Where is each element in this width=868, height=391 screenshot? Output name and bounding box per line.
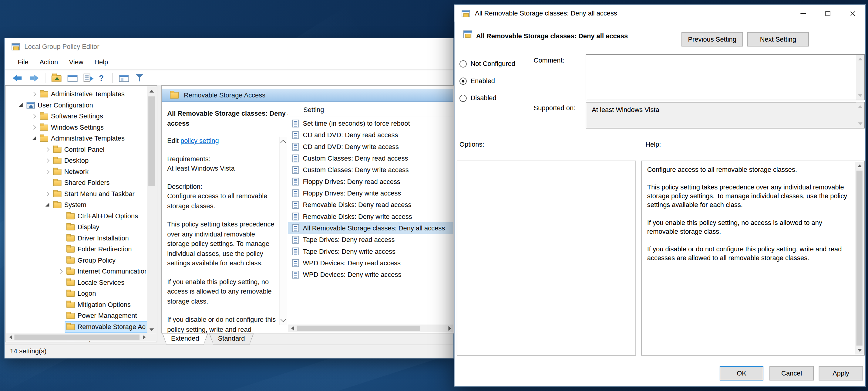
chevron-collapsed-icon[interactable] — [43, 190, 52, 198]
tree-item-internet-communication-management[interactable]: Internet Communication Management — [5, 266, 147, 277]
setting-row-cd-and-dvd-deny-read-access[interactable]: CD and DVD: Deny read access — [288, 129, 454, 141]
menu-view[interactable]: View — [63, 58, 89, 66]
close-button[interactable] — [840, 5, 865, 22]
radio-button-icon[interactable] — [460, 60, 467, 67]
menu-file[interactable]: File — [12, 58, 34, 66]
scroll-up-icon[interactable] — [147, 86, 156, 95]
help-icon[interactable]: ? — [96, 74, 106, 82]
setting-row-removable-disks-deny-read-access[interactable]: Removable Disks: Deny read access — [288, 199, 454, 211]
back-arrow-icon[interactable] — [13, 74, 23, 82]
tree-item-logon[interactable]: Logon — [5, 288, 147, 299]
description-scrollbar[interactable] — [279, 137, 287, 325]
chevron-expanded-icon[interactable] — [43, 200, 52, 209]
scroll-left-icon[interactable] — [6, 333, 14, 341]
setting-row-floppy-drives-deny-write-access[interactable]: Floppy Drives: Deny write access — [288, 187, 454, 199]
maximize-button[interactable] — [815, 5, 840, 22]
tree-horizontal-scrollbar[interactable] — [6, 333, 148, 341]
setting-row-all-removable-storage-classes-deny-all-access[interactable]: All Removable Storage classes: Deny all … — [288, 222, 454, 234]
scroll-up-icon[interactable] — [857, 165, 862, 167]
radio-not-configured[interactable]: Not Configured — [460, 58, 515, 69]
scrollbar-thumb[interactable] — [857, 171, 863, 346]
tree-item-group-policy[interactable]: Group Policy — [5, 255, 147, 266]
radio-enabled[interactable]: Enabled — [460, 75, 515, 86]
scroll-down-icon[interactable] — [281, 317, 286, 322]
export-list-icon[interactable] — [84, 74, 90, 82]
apply-button[interactable]: Apply — [819, 366, 863, 381]
tree-item-network[interactable]: Network — [5, 166, 147, 177]
tree-item-folder-redirection[interactable]: Folder Redirection — [5, 244, 147, 255]
setting-row-tape-drives-deny-read-access[interactable]: Tape Drives: Deny read access — [288, 234, 454, 245]
radio-button-icon[interactable] — [460, 77, 467, 85]
tab-extended[interactable]: Extended — [162, 333, 208, 345]
setting-column-header[interactable]: Setting — [288, 104, 454, 116]
scroll-left-icon[interactable] — [288, 325, 296, 332]
tree-item-driver-installation[interactable]: Driver Installation — [5, 232, 147, 244]
scroll-right-icon[interactable] — [445, 325, 454, 332]
next-setting-button[interactable]: Next Setting — [747, 32, 809, 47]
edit-policy-setting-link[interactable]: policy setting — [181, 137, 219, 145]
setting-row-set-time-in-seconds-to-force-reboot[interactable]: Set time (in seconds) to force reboot — [288, 117, 454, 129]
requirements-block: Requirements: At least Windows Vista — [167, 154, 288, 174]
tree-item-removable-storage-access[interactable]: Removable Storage Access — [5, 321, 147, 332]
setting-row-wpd-devices-deny-write-access[interactable]: WPD Devices: Deny write access — [288, 269, 454, 280]
gpe-titlebar[interactable]: Local Group Policy Editor — [5, 38, 453, 55]
chevron-collapsed-icon[interactable] — [56, 267, 65, 276]
tree-item-system[interactable]: System — [5, 199, 147, 211]
setting-row-cd-and-dvd-deny-write-access[interactable]: CD and DVD: Deny write access — [288, 141, 454, 152]
ok-button[interactable]: OK — [720, 366, 763, 381]
comment-input[interactable] — [586, 55, 856, 100]
tree-item-windows-settings[interactable]: Windows Settings — [5, 122, 147, 133]
chevron-collapsed-icon[interactable] — [30, 123, 39, 132]
cancel-button[interactable]: Cancel — [769, 366, 814, 381]
setting-row-wpd-devices-deny-read-access[interactable]: WPD Devices: Deny read access — [288, 257, 454, 269]
setting-row-custom-classes-deny-write-access[interactable]: Custom Classes: Deny write access — [288, 164, 454, 175]
list-horizontal-scrollbar[interactable] — [288, 325, 454, 332]
scroll-down-icon[interactable] — [857, 349, 862, 352]
setting-row-custom-classes-deny-read-access[interactable]: Custom Classes: Deny read access — [288, 152, 454, 164]
chevron-collapsed-icon[interactable] — [30, 90, 39, 99]
tree-item-mitigation-options[interactable]: Mitigation Options — [5, 299, 147, 310]
setting-row-removable-disks-deny-write-access[interactable]: Removable Disks: Deny write access — [288, 211, 454, 222]
tree-item-desktop[interactable]: Desktop — [5, 155, 147, 166]
tab-standard[interactable]: Standard — [209, 333, 253, 345]
tree-item-control-panel[interactable]: Control Panel — [5, 144, 147, 155]
chevron-collapsed-icon[interactable] — [30, 112, 39, 121]
radio-button-icon[interactable] — [460, 94, 467, 102]
tree-item-locale-services[interactable]: Locale Services — [5, 277, 147, 288]
setting-row-tape-drives-deny-write-access[interactable]: Tape Drives: Deny write access — [288, 245, 454, 257]
scrollbar-thumb[interactable] — [148, 96, 155, 186]
tree-item-shared-folders[interactable]: Shared Folders — [5, 177, 147, 188]
tree-item-software-settings[interactable]: Software Settings — [5, 111, 147, 122]
tree-item-user-configuration[interactable]: User Configuration — [5, 100, 147, 111]
scroll-down-icon[interactable] — [147, 325, 156, 333]
dialog-titlebar[interactable]: All Removable Storage classes: Deny all … — [455, 5, 865, 22]
help-scrollbar[interactable] — [855, 162, 863, 355]
menu-help[interactable]: Help — [89, 58, 114, 66]
setting-row-floppy-drives-deny-read-access[interactable]: Floppy Drives: Deny read access — [288, 175, 454, 187]
tree-item-administrative-templates[interactable]: Administrative Templates — [5, 89, 147, 100]
previous-setting-button[interactable]: Previous Setting — [681, 32, 743, 47]
forward-arrow-icon[interactable] — [29, 74, 39, 82]
tree-item-display[interactable]: Display — [5, 222, 147, 232]
tree-vertical-scrollbar[interactable] — [147, 86, 156, 334]
tree-item-power-management[interactable]: Power Management — [5, 310, 147, 321]
scroll-up-icon[interactable] — [281, 140, 286, 145]
scrollbar-thumb[interactable] — [297, 326, 420, 331]
menu-action[interactable]: Action — [34, 58, 63, 66]
chevron-expanded-icon[interactable] — [30, 134, 39, 143]
tree-item-ctrl-alt-del-options[interactable]: Ctrl+Alt+Del Options — [5, 211, 147, 221]
up-one-level-icon[interactable] — [52, 75, 62, 82]
tree-item-start-menu-and-taskbar[interactable]: Start Menu and Taskbar — [5, 188, 147, 199]
scroll-right-icon[interactable] — [140, 333, 148, 341]
show-console-tree-icon[interactable] — [68, 75, 78, 82]
filter-icon[interactable] — [135, 74, 145, 83]
chevron-expanded-icon[interactable] — [17, 101, 26, 110]
radio-disabled[interactable]: Disabled — [460, 92, 515, 104]
chevron-collapsed-icon[interactable] — [43, 167, 52, 176]
chevron-collapsed-icon[interactable] — [43, 145, 52, 154]
minimize-button[interactable] — [790, 5, 815, 22]
chevron-collapsed-icon[interactable] — [43, 156, 52, 165]
console-window-icon[interactable] — [119, 75, 129, 82]
scrollbar-thumb[interactable] — [14, 335, 140, 340]
tree-item-administrative-templates[interactable]: Administrative Templates — [5, 133, 147, 144]
